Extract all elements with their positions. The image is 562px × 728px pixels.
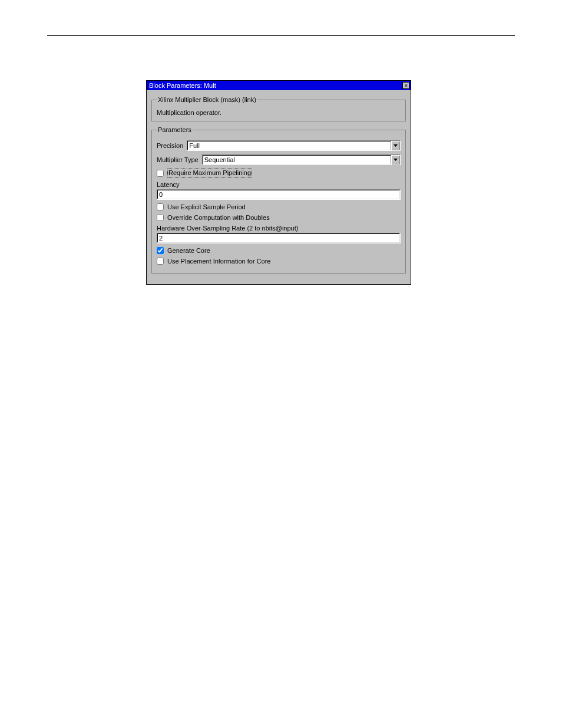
require-max-pipelining-row: Require Maximum Pipelining — [157, 169, 401, 177]
page-divider — [47, 35, 515, 36]
override-doubles-label: Override Computation with Doubles — [167, 214, 270, 221]
hw-oversampling-label: Hardware Over-Sampling Rate (2 to nbits@… — [157, 225, 401, 232]
generate-core-row: Generate Core — [157, 247, 401, 254]
latency-label: Latency — [157, 181, 401, 188]
dialog-title: Block Parameters: Mult — [149, 81, 402, 90]
precision-select[interactable]: Full — [187, 140, 401, 151]
require-max-pipelining-checkbox[interactable] — [157, 170, 164, 177]
multiplier-type-label: Multiplier Type — [157, 156, 199, 163]
use-placement-label: Use Placement Information for Core — [167, 258, 270, 265]
header-legend: Xilinx Multiplier Block (mask) (link) — [157, 96, 257, 103]
use-explicit-sample-period-checkbox[interactable] — [157, 203, 164, 210]
require-max-pipelining-label: Require Maximum Pipelining — [167, 169, 252, 177]
precision-label: Precision — [157, 142, 183, 149]
svg-marker-1 — [394, 159, 398, 161]
svg-marker-0 — [394, 144, 398, 147]
dialog-body: Xilinx Multiplier Block (mask) (link) Mu… — [147, 90, 411, 284]
precision-value: Full — [187, 141, 391, 150]
latency-input[interactable] — [157, 189, 401, 200]
chevron-down-icon — [391, 155, 400, 164]
override-doubles-row: Override Computation with Doubles — [157, 214, 401, 221]
page: Block Parameters: Mult Xilinx Multiplier… — [0, 0, 562, 728]
hw-oversampling-input[interactable] — [157, 233, 401, 243]
multiplier-type-row: Multiplier Type Sequential — [157, 154, 401, 165]
header-groupbox: Xilinx Multiplier Block (mask) (link) Mu… — [151, 96, 406, 121]
generate-core-label: Generate Core — [167, 247, 210, 254]
generate-core-checkbox[interactable] — [157, 247, 164, 254]
parameters-groupbox: Parameters Precision Full Multiplier Typ… — [151, 126, 406, 274]
chevron-down-icon — [391, 141, 400, 150]
titlebar: Block Parameters: Mult — [147, 81, 411, 90]
close-button[interactable] — [402, 82, 409, 89]
header-description: Multiplication operator. — [157, 109, 401, 116]
use-explicit-sample-period-label: Use Explicit Sample Period — [167, 203, 246, 210]
parameters-legend: Parameters — [157, 126, 193, 133]
use-placement-checkbox[interactable] — [157, 258, 164, 265]
override-doubles-checkbox[interactable] — [157, 214, 164, 221]
multiplier-type-select[interactable]: Sequential — [202, 154, 401, 165]
use-explicit-sample-period-row: Use Explicit Sample Period — [157, 203, 401, 210]
precision-row: Precision Full — [157, 140, 401, 151]
block-parameters-dialog: Block Parameters: Mult Xilinx Multiplier… — [146, 80, 411, 285]
use-placement-row: Use Placement Information for Core — [157, 258, 401, 265]
multiplier-type-value: Sequential — [203, 155, 391, 164]
